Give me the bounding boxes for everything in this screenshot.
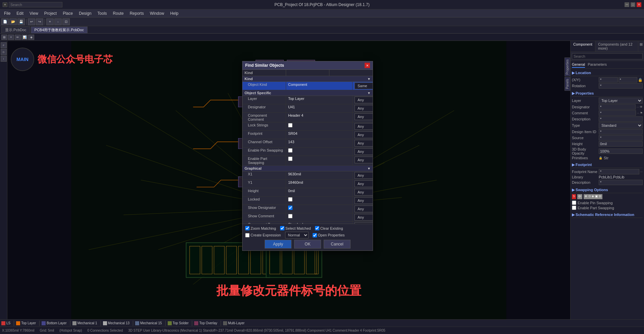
row-fp-dropdown[interactable]: Any Same Different bbox=[355, 131, 373, 138]
subtab-general[interactable]: General bbox=[572, 62, 585, 68]
section-graph-toggle[interactable]: ▼ bbox=[367, 167, 371, 170]
height-prop-input[interactable] bbox=[599, 141, 643, 147]
layer-dropdown[interactable]: Top Layer Bottom Layer bbox=[599, 98, 643, 104]
row-y1-dropdown[interactable]: Any Same Different bbox=[355, 180, 373, 187]
row-enablepin[interactable]: Enable Pin Swapping Any Same Different bbox=[243, 148, 373, 156]
row-enpart-dropdown[interactable]: Any Same Different bbox=[355, 157, 373, 163]
toolbar-redo[interactable]: ↪ bbox=[36, 18, 43, 25]
zoom-matching-label[interactable]: Zoom Matching bbox=[245, 226, 276, 230]
fp-collapse[interactable]: ▶ bbox=[572, 163, 576, 167]
fp-name-dots[interactable]: ··· bbox=[640, 170, 643, 173]
toolbar-undo[interactable]: ↩ bbox=[28, 18, 35, 25]
right-search-input[interactable] bbox=[572, 53, 643, 59]
showcomment-cb[interactable] bbox=[288, 214, 292, 218]
select-matched-cb[interactable] bbox=[280, 226, 284, 230]
menu-route[interactable]: Route bbox=[110, 10, 126, 16]
row-comment[interactable]: Component Comment Header 4 Any Same Diff… bbox=[243, 113, 373, 122]
row-showcomment[interactable]: Show Comment Any Same Different bbox=[243, 213, 373, 222]
row-kind-dropdown[interactable]: Same Any Different bbox=[355, 82, 373, 89]
row-locked-dropdown[interactable]: Any Same Different bbox=[355, 197, 373, 204]
row-designator[interactable]: Designator U41 Any Same Different bbox=[243, 104, 373, 113]
locked-cb[interactable] bbox=[288, 197, 292, 202]
row-ct-dropdown[interactable]: Any Same Different bbox=[355, 222, 373, 224]
row-comptype[interactable]: Component Type Standard Any Same Differe… bbox=[243, 222, 373, 224]
type-dropdown[interactable]: Standard Mechanical bbox=[599, 122, 643, 128]
row-sc-match[interactable]: Any Same Different bbox=[353, 213, 373, 221]
open-props-cb[interactable] bbox=[313, 233, 317, 237]
row-comment-dropdown[interactable]: Any Same Different bbox=[355, 113, 373, 120]
menu-edit[interactable]: Edit bbox=[14, 10, 26, 16]
row-y1[interactable]: Y1 18460mil Any Same Different bbox=[243, 180, 373, 188]
toolbar-fit[interactable]: ⊡ bbox=[62, 18, 70, 25]
menu-tools[interactable]: Tools bbox=[95, 10, 110, 16]
row-h-match[interactable]: Any Same Different bbox=[353, 188, 373, 196]
comment-input[interactable] bbox=[599, 110, 636, 116]
sub-tb-btn4[interactable]: 📊 bbox=[21, 35, 28, 40]
row-layer-dropdown[interactable]: Any Same Different bbox=[355, 97, 373, 103]
layer-ls[interactable]: LS bbox=[1, 321, 10, 325]
row-enpin-match[interactable]: Any Same Different bbox=[353, 148, 373, 156]
comment-dots[interactable]: ··· bbox=[637, 111, 639, 115]
create-expr-cb[interactable] bbox=[245, 233, 250, 237]
row-sd-match[interactable]: Any Same Different bbox=[353, 205, 373, 213]
showdesig-cb[interactable] bbox=[288, 206, 292, 210]
row-locked[interactable]: Locked Any Same Different bbox=[243, 197, 373, 205]
row-desig-dropdown[interactable]: Any Same Different bbox=[355, 105, 373, 112]
zoom-matching-cb[interactable] bbox=[245, 226, 250, 230]
sub-tb-btn5[interactable]: ◈ bbox=[28, 35, 34, 40]
enable-pin-swap-cb[interactable] bbox=[572, 201, 576, 205]
row-fp-match[interactable]: Any Same Different bbox=[353, 131, 373, 139]
location-collapse[interactable]: ▶ bbox=[572, 71, 576, 75]
open-props-label[interactable]: Open Properties bbox=[313, 233, 345, 237]
row-layer[interactable]: Layer Top Layer Any Same Different bbox=[243, 96, 373, 104]
menu-view[interactable]: View bbox=[27, 10, 41, 16]
create-expr-label[interactable]: Create Expression bbox=[245, 233, 281, 237]
menu-file[interactable]: File bbox=[1, 10, 13, 16]
rpanel-tab-component[interactable]: Component bbox=[571, 41, 595, 52]
panel-label-panels[interactable]: Panels bbox=[565, 77, 570, 91]
row-object-kind[interactable]: Object Kind Component Same Any Different bbox=[243, 82, 373, 90]
layer-mech15[interactable]: Mechanical 15 bbox=[135, 321, 162, 325]
row-enablepart[interactable]: Enable Part Swapping Any Same Different bbox=[243, 156, 373, 166]
enable-part-swap-cb[interactable] bbox=[572, 206, 576, 210]
sref-collapse[interactable]: ▶ bbox=[572, 213, 576, 217]
row-footprint[interactable]: Footprint SR04 Any Same Different bbox=[243, 131, 373, 139]
sidebar-icon-projects[interactable]: P bbox=[1, 42, 7, 48]
row-comment-match[interactable]: Any Same Different bbox=[353, 113, 373, 122]
rpanel-tab-more[interactable]: Components (and 12 more) bbox=[595, 41, 638, 52]
top-search-input[interactable] bbox=[9, 2, 62, 7]
ok-button[interactable]: OK bbox=[294, 240, 321, 248]
panel-label-properties[interactable]: Properties bbox=[565, 58, 570, 76]
pcb-canvas[interactable]: MAIN 微信公众号电子芯 批量修改元器件标号的位置 Find Similar … bbox=[7, 41, 570, 319]
sidebar-icon-inspector[interactable]: I bbox=[1, 56, 7, 62]
row-height[interactable]: Height 0mil Any Same Different bbox=[243, 188, 373, 197]
dialog-close-button[interactable]: ✕ bbox=[365, 63, 370, 68]
close-button[interactable]: ✕ bbox=[637, 2, 641, 7]
subtab-parameters[interactable]: Parameters bbox=[588, 62, 607, 68]
row-y1-match[interactable]: Any Same Different bbox=[353, 180, 373, 188]
row-locked-match[interactable]: Any Same Different bbox=[353, 197, 373, 205]
enpin-cb[interactable] bbox=[288, 148, 292, 153]
menu-help[interactable]: Help bbox=[167, 10, 181, 16]
layer-mech13[interactable]: Mechanical 13 bbox=[103, 321, 129, 325]
toolbar-zoom-out[interactable]: - bbox=[54, 18, 62, 25]
tab-doc2[interactable]: PCB4用于微教程展示.PcbDoc bbox=[31, 26, 88, 33]
row-lockstr-dropdown[interactable]: Any Same Different bbox=[355, 123, 373, 130]
toolbar-open[interactable]: 📂 bbox=[9, 18, 17, 25]
primitives-lock[interactable]: 🔒 bbox=[599, 156, 602, 160]
y-input[interactable] bbox=[619, 77, 638, 82]
row-enpart-match[interactable]: Any Same Different bbox=[353, 156, 373, 165]
row-lockstr-match[interactable]: Any Same Different bbox=[353, 122, 373, 130]
row-sd-dropdown[interactable]: Any Same Different bbox=[355, 206, 373, 212]
sub-tb-btn1[interactable]: ⊞ bbox=[1, 35, 7, 40]
toolbar-new[interactable]: 📄 bbox=[1, 18, 9, 25]
enpart-cb[interactable] bbox=[288, 157, 292, 161]
row-enpin-dropdown[interactable]: Any Same Different bbox=[355, 148, 373, 155]
tab-doc1[interactable]: 显示.PcbDoc bbox=[1, 26, 30, 33]
source-input[interactable] bbox=[599, 135, 643, 141]
row-x1-match[interactable]: Any Same Different bbox=[353, 171, 373, 179]
menu-design[interactable]: Design bbox=[76, 10, 94, 16]
section-kind-toggle[interactable]: ▼ bbox=[367, 77, 371, 81]
rotation-input[interactable] bbox=[599, 83, 643, 89]
layer-topoverlay[interactable]: Top Overlay bbox=[194, 321, 217, 325]
